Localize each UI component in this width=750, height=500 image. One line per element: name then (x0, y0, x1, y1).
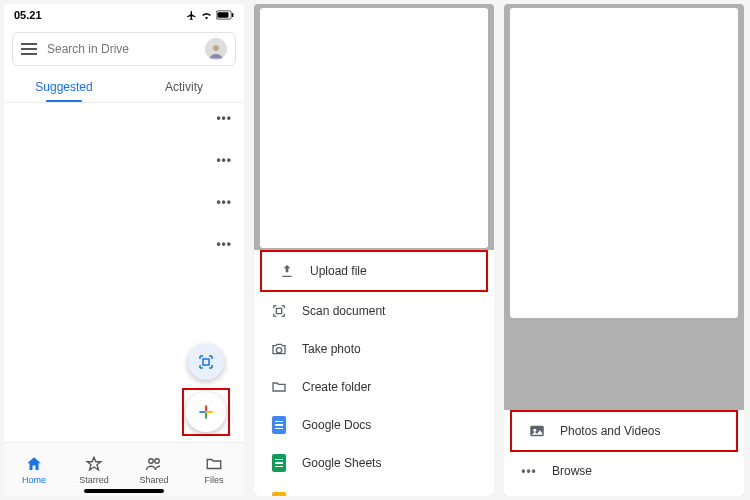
sheet-label: Photos and Videos (560, 424, 661, 438)
nav-label: Home (22, 475, 46, 485)
fab-stack (182, 344, 230, 436)
scan-icon (197, 353, 215, 371)
tab-activity[interactable]: Activity (124, 72, 244, 102)
home-indicator (84, 489, 164, 493)
source-bottom-sheet: Photos and Videos ••• Browse (504, 410, 744, 496)
bottom-nav: Home Starred Shared Files (4, 442, 244, 496)
sheet-label: Google Docs (302, 418, 371, 432)
sheet-photos-videos[interactable]: Photos and Videos (512, 412, 736, 450)
home-icon (25, 455, 43, 473)
nav-home[interactable]: Home (4, 443, 64, 496)
tabs: Suggested Activity (4, 72, 244, 102)
nav-label: Files (204, 475, 223, 485)
sheet-label: Upload file (310, 264, 367, 278)
scan-preview (510, 8, 738, 318)
wifi-icon (200, 10, 213, 20)
highlight-fab (182, 388, 230, 436)
screen-source-sheet: 05.21 Search in Drive Suggested Activity… (504, 4, 744, 496)
more-icon[interactable]: ••• (216, 195, 232, 209)
sheets-icon (270, 454, 288, 472)
sheet-label: Scan document (302, 304, 385, 318)
svg-point-3 (213, 45, 219, 51)
sheet-create-folder[interactable]: Create folder (254, 368, 494, 406)
media-icon (528, 422, 546, 440)
more-icon[interactable]: ••• (216, 111, 232, 125)
sheet-upload-file[interactable]: Upload file (262, 252, 486, 290)
scan-icon (270, 302, 288, 320)
fab-add[interactable] (186, 392, 226, 432)
search-placeholder: Search in Drive (47, 42, 195, 56)
create-bottom-sheet: Upload file Scan document Take photo Cre… (254, 250, 494, 496)
sheet-take-photo[interactable]: Take photo (254, 330, 494, 368)
sheet-label: Create folder (302, 380, 371, 394)
file-list: ••• ••• ••• ••• (4, 103, 244, 259)
sheet-label: Google Slides (302, 494, 377, 496)
folder-icon (270, 378, 288, 396)
svg-rect-1 (217, 12, 228, 18)
plus-icon (196, 402, 216, 422)
sheet-label: Take photo (302, 342, 361, 356)
status-icons (186, 10, 234, 21)
svg-point-13 (533, 429, 536, 432)
more-icon[interactable]: ••• (216, 237, 232, 251)
sheet-scan-document[interactable]: Scan document (254, 292, 494, 330)
camera-icon (270, 340, 288, 358)
people-icon (145, 455, 163, 473)
upload-icon (278, 262, 296, 280)
tab-suggested[interactable]: Suggested (4, 72, 124, 102)
sheet-google-docs[interactable]: Google Docs (254, 406, 494, 444)
hamburger-icon[interactable] (21, 43, 37, 55)
sheet-label: Google Sheets (302, 456, 381, 470)
search-bar[interactable]: Search in Drive (12, 32, 236, 66)
highlight-photos-videos: Photos and Videos (510, 410, 738, 452)
folder-icon (205, 455, 223, 473)
more-icon[interactable]: ••• (216, 153, 232, 167)
fab-scan[interactable] (188, 344, 224, 380)
scan-preview (260, 8, 488, 248)
nav-label: Shared (139, 475, 168, 485)
svg-rect-2 (232, 13, 233, 17)
more-icon: ••• (520, 462, 538, 480)
sheet-label: Browse (552, 464, 592, 478)
sheet-google-sheets[interactable]: Google Sheets (254, 444, 494, 482)
nav-label: Starred (79, 475, 109, 485)
screen-home: 05.21 Search in Drive Suggested Activity… (4, 4, 244, 496)
avatar[interactable] (205, 38, 227, 60)
sheet-google-slides[interactable]: Google Slides (254, 482, 494, 496)
star-icon (85, 455, 103, 473)
status-time: 05.21 (14, 9, 42, 21)
highlight-upload: Upload file (260, 250, 488, 292)
docs-icon (270, 416, 288, 434)
sheet-browse[interactable]: ••• Browse (504, 452, 744, 490)
nav-files[interactable]: Files (184, 443, 244, 496)
slides-icon (270, 492, 288, 496)
status-bar: 05.21 (4, 4, 244, 26)
screen-create-sheet: 05.21 Search in Drive Suggested Activity… (254, 4, 494, 496)
battery-icon (216, 10, 234, 20)
airplane-icon (186, 10, 197, 21)
